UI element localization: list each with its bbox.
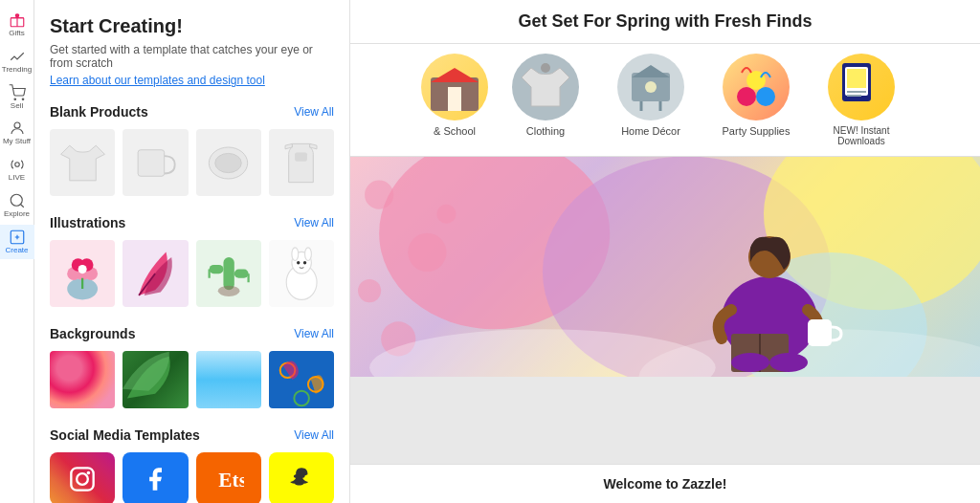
category-instant-downloads[interactable]: NEW! Instant Downloads	[818, 54, 904, 146]
illustrations-header: Illustrations View All	[50, 215, 334, 230]
sidebar-label-mystuff: My Stuff	[3, 138, 31, 146]
svg-point-32	[77, 473, 88, 485]
svg-point-27	[303, 261, 306, 264]
svg-point-17	[78, 265, 87, 273]
blank-products-grid	[50, 129, 334, 196]
category-party-supplies[interactable]: Party Supplies	[713, 54, 799, 146]
social-etsy[interactable]: Etsy	[196, 452, 261, 503]
illustration-tropical-leaf[interactable]	[122, 240, 188, 307]
sidebar-item-live[interactable]: LIVE	[0, 152, 34, 186]
backgrounds-view-all[interactable]: View All	[294, 327, 334, 340]
category-party-supplies-label: Party Supplies	[723, 125, 791, 137]
sidebar-label-explore: Explore	[4, 210, 30, 219]
background-paisley[interactable]	[269, 351, 334, 408]
social-snapchat[interactable]	[269, 452, 334, 503]
svg-point-24	[292, 248, 299, 261]
social-facebook[interactable]	[122, 452, 188, 503]
svg-point-5	[11, 194, 22, 206]
svg-text:Etsy: Etsy	[218, 469, 244, 492]
background-tropical[interactable]	[122, 351, 188, 408]
main-header: Get Set For Spring with Fresh Finds	[350, 0, 980, 44]
backgrounds-header: Backgrounds View All	[50, 326, 334, 341]
create-panel: Start Creating! Get started with a templ…	[34, 0, 350, 503]
social-instagram[interactable]	[50, 452, 115, 503]
panel-subtitle: Get started with a template that catches…	[50, 43, 334, 70]
svg-point-9	[215, 153, 242, 172]
sidebar-label-gifts: Gifts	[9, 30, 24, 38]
social-media-header: Social Media Templates View All	[50, 427, 334, 443]
social-media-title: Social Media Templates	[50, 427, 200, 443]
svg-point-1	[14, 98, 16, 100]
sidebar-label-sell: Sell	[11, 102, 23, 111]
backgrounds-grid	[50, 351, 334, 408]
illustration-floral-pink[interactable]	[50, 240, 115, 307]
svg-point-30	[294, 391, 309, 406]
backgrounds-title: Backgrounds	[50, 326, 135, 341]
blank-product-tshirt[interactable]	[50, 129, 115, 196]
svg-point-33	[87, 470, 91, 474]
svg-point-26	[297, 261, 300, 264]
category-home-decor-label: Home Décor	[621, 125, 680, 137]
blank-products-view-all[interactable]: View All	[294, 105, 334, 119]
svg-point-2	[22, 98, 24, 100]
category-clothing[interactable]: Clothing	[502, 54, 589, 146]
illustration-cactus[interactable]	[196, 240, 261, 307]
sidebar-label-trending: Trending	[2, 66, 32, 75]
sidebar-item-sell[interactable]: Sell	[0, 80, 34, 115]
svg-rect-61	[808, 319, 832, 346]
sidebar-item-create[interactable]: Create	[0, 225, 34, 259]
svg-point-62	[731, 353, 769, 372]
blank-product-mug[interactable]	[122, 129, 188, 196]
background-floral[interactable]	[50, 351, 115, 408]
svg-point-39	[645, 81, 657, 93]
background-abstract-blue[interactable]	[196, 351, 261, 408]
social-media-view-all[interactable]: View All	[294, 428, 334, 442]
blank-products-header: Blank Products View All	[50, 104, 334, 120]
categories-row: & School Clothing Home Déc	[350, 44, 980, 157]
svg-point-37	[541, 63, 550, 73]
sidebar-item-trending[interactable]: Trending	[0, 44, 34, 78]
illustrations-title: Illustrations	[50, 215, 125, 230]
blank-product-pillow[interactable]	[196, 129, 261, 196]
svg-rect-7	[138, 149, 165, 176]
svg-point-51	[408, 233, 446, 272]
sidebar: Gifts Trending Sell My Stuff LIVE Exp	[0, 0, 34, 503]
sidebar-item-gifts[interactable]: Gifts	[0, 8, 34, 42]
welcome-bar: Welcome to Zazzle!	[350, 464, 980, 503]
sidebar-item-explore[interactable]: Explore	[0, 188, 34, 223]
svg-point-52	[358, 279, 381, 302]
illustration-llama[interactable]	[269, 240, 334, 307]
category-home-decor[interactable]: Home Décor	[608, 54, 694, 146]
svg-point-50	[365, 181, 393, 209]
illustrations-grid	[50, 240, 334, 307]
svg-point-25	[304, 248, 311, 261]
svg-point-4	[14, 163, 19, 167]
svg-point-40	[737, 87, 756, 106]
template-design-link[interactable]: Learn about our templates and design too…	[50, 74, 334, 87]
sidebar-label-create: Create	[5, 247, 28, 255]
svg-rect-36	[448, 87, 461, 111]
blank-product-apron[interactable]	[269, 129, 334, 196]
main-content: Get Set For Spring with Fresh Finds & Sc…	[350, 0, 980, 503]
svg-rect-31	[71, 468, 93, 490]
svg-rect-45	[847, 69, 866, 88]
category-instant-downloads-label: NEW! Instant Downloads	[818, 125, 904, 146]
welcome-text: Welcome to Zazzle!	[604, 476, 727, 492]
sidebar-label-live: LIVE	[9, 174, 25, 183]
svg-point-3	[14, 122, 20, 128]
spring-banner	[350, 157, 980, 377]
category-clothing-label: Clothing	[526, 125, 565, 137]
panel-title: Start Creating!	[50, 15, 334, 37]
svg-rect-18	[223, 257, 234, 290]
svg-rect-20	[234, 269, 248, 277]
blank-products-title: Blank Products	[50, 104, 148, 120]
category-school-label: & School	[434, 125, 476, 137]
category-school[interactable]: & School	[426, 54, 483, 146]
svg-rect-10	[295, 152, 307, 161]
svg-point-63	[769, 353, 808, 372]
svg-rect-19	[209, 265, 223, 273]
sidebar-item-mystuff[interactable]: My Stuff	[0, 116, 34, 150]
svg-point-53	[436, 205, 456, 224]
social-media-grid: Etsy	[50, 452, 334, 503]
illustrations-view-all[interactable]: View All	[294, 216, 334, 230]
